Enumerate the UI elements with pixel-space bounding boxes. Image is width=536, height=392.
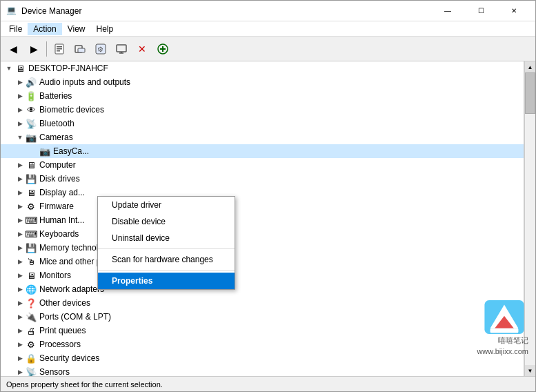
menu-view[interactable]: View xyxy=(62,23,91,35)
menu-bar: File Action View Help xyxy=(1,21,535,37)
minimize-button[interactable]: — xyxy=(432,1,464,21)
toolbar-remove[interactable]: ✕ xyxy=(132,39,152,59)
print-icon: 🖨 xyxy=(26,325,37,336)
tree-other[interactable]: ▶ ❓ Other devices xyxy=(1,296,524,310)
tree-processors[interactable]: ▶ ⚙ Processors xyxy=(1,337,524,351)
tree-easycam[interactable]: 📷 EasyCa... xyxy=(1,144,524,158)
expand-sensors[interactable]: ▶ xyxy=(14,366,26,376)
toolbar-forward[interactable]: ▶ xyxy=(24,39,43,59)
expand-firmware[interactable]: ▶ xyxy=(14,201,26,212)
scroll-down[interactable]: ▼ xyxy=(525,365,536,376)
expand-cameras[interactable]: ▼ xyxy=(14,132,26,143)
toolbar-update[interactable]: ⚙ xyxy=(91,39,110,59)
biometric-label: Biometric devices xyxy=(39,105,104,115)
tree-cameras[interactable]: ▼ 📷 Cameras xyxy=(1,130,524,144)
toolbar-screen[interactable] xyxy=(112,39,131,59)
processors-label: Processors xyxy=(39,340,81,349)
close-button[interactable]: ✕ xyxy=(498,1,530,21)
expand-computer[interactable]: ▶ xyxy=(14,159,26,170)
svg-rect-8 xyxy=(117,45,126,52)
bluetooth-label: Bluetooth xyxy=(39,119,75,128)
tree-disk[interactable]: ▶ 💾 Disk drives xyxy=(1,172,524,186)
tree-network[interactable]: ▶ 🌐 Network adapters xyxy=(1,282,524,296)
toolbar-scan[interactable] xyxy=(70,39,90,59)
toolbar-back[interactable]: ◀ xyxy=(3,39,23,59)
svg-text:⚙: ⚙ xyxy=(97,46,103,53)
hid-icon: ⌨ xyxy=(26,215,37,226)
tree-mice[interactable]: ▶ 🖱 Mice and other pointing devices xyxy=(1,255,524,268)
tree-ports[interactable]: ▶ 🔌 Ports (COM & LPT) xyxy=(1,310,524,324)
ctx-sep-1 xyxy=(98,248,235,249)
batteries-icon: 🔋 xyxy=(26,90,37,101)
expand-root[interactable]: ▼ xyxy=(3,63,14,74)
tree-biometric[interactable]: ▶ 👁 Biometric devices xyxy=(1,103,524,117)
svg-rect-5 xyxy=(78,48,85,52)
expand-other[interactable]: ▶ xyxy=(14,297,26,308)
toolbar-properties[interactable] xyxy=(50,39,69,59)
expand-batteries[interactable]: ▶ xyxy=(14,90,26,101)
monitors-icon: 🖥 xyxy=(26,270,37,281)
tree-memory[interactable]: ▶ 💾 Memory technology devices xyxy=(1,241,524,255)
audio-icon: 🔊 xyxy=(26,77,37,88)
expand-disk[interactable]: ▶ xyxy=(14,173,26,184)
computer-label: Computer xyxy=(39,160,76,170)
ports-icon: 🔌 xyxy=(26,311,37,322)
menu-file[interactable]: File xyxy=(3,23,28,35)
tree-hid[interactable]: ▶ ⌨ Human Int... xyxy=(1,213,524,227)
expand-display[interactable]: ▶ xyxy=(14,187,26,198)
tree-firmware[interactable]: ▶ ⚙ Firmware xyxy=(1,199,524,213)
security-icon: 🔒 xyxy=(26,353,37,364)
expand-print[interactable]: ▶ xyxy=(14,325,26,336)
firmware-icon: ⚙ xyxy=(26,201,37,212)
ctx-scan-hardware[interactable]: Scan for hardware changes xyxy=(98,251,235,268)
title-bar: 💻 Device Manager — ☐ ✕ xyxy=(1,1,535,21)
expand-biometric[interactable]: ▶ xyxy=(14,104,26,115)
expand-processors[interactable]: ▶ xyxy=(14,339,26,350)
tree-computer[interactable]: ▶ 🖥 Computer xyxy=(1,158,524,172)
mice-icon: 🖱 xyxy=(26,256,37,267)
tree-display[interactable]: ▶ 🖥 Display ad... xyxy=(1,186,524,199)
network-icon: 🌐 xyxy=(26,284,37,295)
menu-action[interactable]: Action xyxy=(28,23,61,35)
toolbar-separator-1 xyxy=(46,41,47,57)
ctx-sep-2 xyxy=(98,270,235,271)
menu-help[interactable]: Help xyxy=(91,23,119,35)
toolbar: ◀ ▶ ⚙ xyxy=(1,37,535,61)
keyboards-icon: ⌨ xyxy=(26,228,37,239)
maximize-button[interactable]: ☐ xyxy=(465,1,497,21)
scroll-track[interactable] xyxy=(525,72,535,365)
expand-network[interactable]: ▶ xyxy=(14,284,26,295)
expand-security[interactable]: ▶ xyxy=(14,353,26,364)
tree-monitors[interactable]: ▶ 🖥 Monitors xyxy=(1,268,524,282)
context-menu: Update driver Disable device Uninstall d… xyxy=(97,196,235,290)
ctx-disable-device[interactable]: Disable device xyxy=(98,213,235,230)
app-icon: 💻 xyxy=(6,6,17,17)
biometric-icon: 👁 xyxy=(26,104,37,115)
toolbar-add[interactable] xyxy=(153,39,172,59)
title-left: 💻 Device Manager xyxy=(6,6,81,17)
tree-root[interactable]: ▼ 🖥 DESKTOP-FJNAHCF xyxy=(1,61,524,75)
tree-print[interactable]: ▶ 🖨 Print queues xyxy=(1,324,524,337)
ctx-properties[interactable]: Properties xyxy=(98,273,235,289)
root-label: DESKTOP-FJNAHCF xyxy=(28,63,108,73)
tree-batteries[interactable]: ▶ 🔋 Batteries xyxy=(1,89,524,103)
tree-sensors[interactable]: ▶ 📡 Sensors xyxy=(1,365,524,376)
other-label: Other devices xyxy=(39,298,90,308)
expand-mice[interactable]: ▶ xyxy=(14,256,26,267)
expand-monitors[interactable]: ▶ xyxy=(14,270,26,281)
ctx-update-driver[interactable]: Update driver xyxy=(98,197,235,213)
tree-bluetooth[interactable]: ▶ 📡 Bluetooth xyxy=(1,117,524,130)
memory-icon: 💾 xyxy=(26,242,37,253)
ctx-uninstall-device[interactable]: Uninstall device xyxy=(98,230,235,246)
expand-memory[interactable]: ▶ xyxy=(14,242,26,253)
tree-security[interactable]: ▶ 🔒 Security devices xyxy=(1,351,524,365)
expand-bluetooth[interactable]: ▶ xyxy=(14,118,26,129)
tree-audio[interactable]: ▶ 🔊 Audio inputs and outputs xyxy=(1,75,524,89)
scrollbar[interactable]: ▲ ▼ xyxy=(524,61,535,376)
tree-keyboards[interactable]: ▶ ⌨ Keyboards xyxy=(1,227,524,241)
expand-ports[interactable]: ▶ xyxy=(14,311,26,322)
scroll-up[interactable]: ▲ xyxy=(525,61,536,72)
expand-audio[interactable]: ▶ xyxy=(14,77,26,88)
scroll-thumb[interactable] xyxy=(525,72,535,114)
tree-panel[interactable]: ▼ 🖥 DESKTOP-FJNAHCF ▶ 🔊 Audio inputs and… xyxy=(1,61,524,376)
